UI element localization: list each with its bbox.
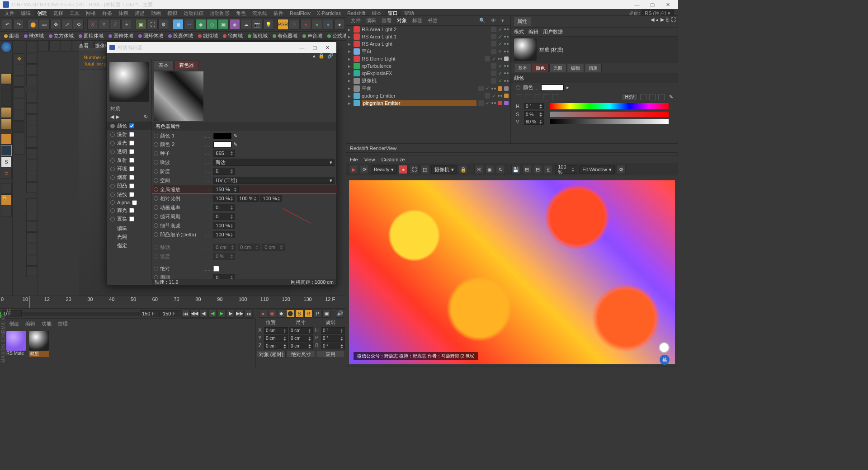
snap-15[interactable]	[26, 210, 37, 221]
menu-选择[interactable]: 选择	[51, 9, 66, 17]
mm-tab-编辑[interactable]: 编辑	[23, 320, 38, 328]
coord-size-dropdown[interactable]: 绝对尺寸	[287, 351, 316, 358]
material-preview-small[interactable]	[109, 62, 149, 102]
field-8[interactable]: 径向域	[221, 32, 245, 40]
attrs-tab-编辑[interactable]: 编辑	[567, 64, 584, 72]
key-scale-toggle[interactable]: S	[295, 310, 303, 318]
picker-hsv-label[interactable]: HSV	[622, 94, 637, 100]
redo-button[interactable]: ↷	[13, 19, 24, 30]
environment-button[interactable]: ☁	[241, 19, 251, 30]
record-key-button[interactable]: ●	[259, 310, 267, 318]
picker-image-icon[interactable]	[543, 94, 549, 100]
obj-vis-render[interactable]: ✓	[498, 27, 502, 33]
rv-menu-File[interactable]: File	[350, 157, 358, 162]
render-region-button[interactable]: ⛶	[147, 19, 158, 30]
frame-end-a-field[interactable]: 150 F	[140, 310, 160, 317]
obj-RS Area Light.1[interactable]: ▸RS Area Light.1✓	[346, 33, 510, 40]
attrs-color-picker-icon[interactable]: ▸	[566, 85, 569, 90]
axis-z-button[interactable]: Z	[110, 19, 121, 30]
rv-region-button[interactable]: ⛶	[410, 165, 419, 174]
next-frame-button[interactable]: ▶	[226, 310, 235, 318]
rotate-button[interactable]: ⟲	[73, 19, 84, 30]
menu-动画[interactable]: 动画	[148, 9, 164, 17]
rv-rgb-button[interactable]: ●	[399, 165, 408, 174]
attrs-nav-fwd[interactable]: ▶	[660, 17, 664, 26]
obj-vis-render[interactable]: ✓	[498, 63, 502, 69]
move-button[interactable]: ✥	[50, 19, 61, 30]
om-search-icon[interactable]: 🔍	[477, 17, 487, 24]
attrs-tab-指定[interactable]: 指定	[585, 64, 602, 72]
attrs-tab[interactable]: 属性	[513, 17, 531, 26]
field-1[interactable]: 球体域	[22, 32, 46, 40]
om-menu-对象[interactable]: 对象	[395, 17, 409, 24]
picker-spectrum-icon[interactable]	[534, 94, 540, 100]
field-2[interactable]: 立方体域	[47, 32, 76, 40]
field-4[interactable]: 圆锥体域	[106, 32, 136, 40]
obj-vis-editor[interactable]	[478, 86, 484, 91]
snap-8[interactable]	[26, 126, 37, 136]
menu-创建[interactable]: 创建	[34, 9, 50, 17]
obj-vis-render[interactable]: ✓	[492, 56, 496, 62]
menu-网格[interactable]: 网格	[83, 9, 99, 17]
channel-Alpha[interactable]: Alpha	[107, 199, 151, 206]
snap-9[interactable]	[26, 137, 37, 148]
autokey-button[interactable]: ◉	[268, 310, 276, 318]
vp-t8[interactable]	[14, 132, 24, 143]
obj-vis-editor[interactable]	[478, 100, 484, 106]
frame-end-b-field[interactable]: 150 F	[160, 310, 180, 317]
rv-crop-button[interactable]: ◫	[420, 165, 429, 174]
mat-max-button[interactable]: ▢	[308, 45, 321, 51]
rv-saveA-button[interactable]: ⊞	[522, 165, 531, 174]
coord-system-button[interactable]: ⌖	[121, 19, 132, 30]
obj-空白[interactable]: ▸空白✓	[346, 47, 510, 55]
picker-ex3-icon[interactable]	[658, 94, 665, 100]
keyframe-sel-button[interactable]: ◆	[277, 310, 285, 318]
vp-t5[interactable]	[14, 99, 24, 109]
snap-13[interactable]	[26, 182, 37, 193]
color2-picker-icon[interactable]: ✎	[233, 141, 237, 147]
menu-捕捉[interactable]: 捕捉	[132, 9, 147, 17]
mat-link-icon[interactable]: 🔗	[327, 53, 334, 59]
channel-法线[interactable]: 法线	[107, 190, 151, 199]
render-settings-button[interactable]: ⚙	[158, 19, 169, 30]
record-button[interactable]: 0	[289, 19, 300, 30]
snap-10[interactable]	[26, 148, 37, 159]
snap-7[interactable]	[26, 114, 37, 125]
snap-6[interactable]	[26, 103, 37, 114]
picker-ex1-icon[interactable]	[640, 94, 646, 100]
channel-环境[interactable]: 环境	[107, 164, 151, 173]
select-live-button[interactable]: ⬤	[28, 19, 38, 30]
obj-vis-render[interactable]: ✓	[498, 48, 502, 54]
light-button[interactable]: 💡	[263, 19, 274, 30]
channel-漫射[interactable]: 漫射	[107, 130, 151, 139]
menu-编辑[interactable]: 编辑	[18, 9, 33, 17]
prev-frame-button[interactable]: ◀	[199, 310, 208, 318]
obj-vis-render[interactable]: ✓	[498, 78, 502, 84]
snap-4[interactable]	[26, 75, 37, 86]
rv-fit-dropdown[interactable]: Fit Window▾	[579, 165, 614, 174]
mm-tab-纹理[interactable]: 纹理	[55, 320, 71, 328]
ime-badge[interactable]: 英	[660, 355, 670, 365]
material-editor-titlebar[interactable]: 材质编辑器 — ▢ ✕	[107, 42, 336, 53]
mm-tab-创建[interactable]: 创建	[6, 320, 22, 328]
om-menu-书签[interactable]: 书签	[426, 17, 439, 24]
deformer-button[interactable]: ◈	[229, 19, 240, 30]
vp-nav-2[interactable]	[49, 41, 60, 52]
generator2-button[interactable]: ◇	[207, 19, 217, 30]
obj-平面[interactable]: ▸平面✓	[346, 85, 510, 92]
field-3[interactable]: 圆柱体域	[76, 32, 106, 40]
menu-文件[interactable]: 文件	[2, 9, 17, 17]
sound-button[interactable]: 🔊	[336, 310, 344, 318]
mat-next-button[interactable]: ▶	[116, 114, 119, 120]
om-eye-icon[interactable]: 👁	[489, 17, 498, 24]
obj-vis-render[interactable]: ✓	[486, 100, 490, 106]
obj-摄像机[interactable]: ▸摄像机✓	[346, 77, 510, 85]
attrs-tab-光照[interactable]: 光照	[549, 64, 566, 72]
picker-wheel-icon[interactable]	[525, 94, 531, 100]
mat-lock-icon[interactable]: 🔒	[318, 53, 325, 59]
vp-move-button[interactable]: ✥	[14, 53, 24, 64]
rv-ipr-button[interactable]: ▶	[349, 165, 358, 174]
psr-button[interactable]: PSR	[278, 19, 288, 30]
obj-vis-editor[interactable]	[491, 78, 496, 84]
generator3-button[interactable]: ▣	[218, 19, 229, 30]
